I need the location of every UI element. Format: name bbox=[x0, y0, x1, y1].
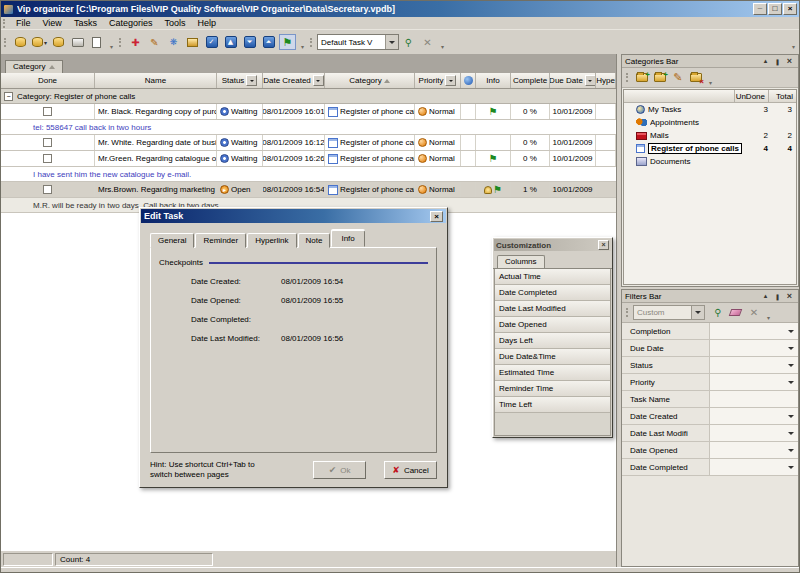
column-header-reminder[interactable] bbox=[461, 73, 476, 88]
maximize-button[interactable] bbox=[768, 3, 782, 15]
toolbar-overflow-3[interactable] bbox=[439, 34, 446, 50]
list-item[interactable]: Date Opened bbox=[495, 317, 610, 333]
collapse-group-icon[interactable]: − bbox=[4, 92, 13, 101]
categories-toolbar-overflow[interactable] bbox=[707, 70, 714, 86]
filters-pin-icon[interactable] bbox=[772, 291, 783, 301]
list-item[interactable]: Actual Time bbox=[495, 269, 610, 285]
task-note-row[interactable]: tel: 558647 call back in two hours bbox=[1, 120, 616, 135]
column-header-status[interactable]: Status bbox=[217, 73, 263, 88]
filter-dropdown-icon[interactable] bbox=[784, 408, 798, 424]
done-checkbox[interactable] bbox=[43, 185, 52, 194]
filters-close-icon[interactable] bbox=[784, 291, 795, 301]
filter-value[interactable] bbox=[710, 340, 784, 356]
table-row[interactable]: Mr. Black. Regarding copy of purchasing … bbox=[1, 104, 616, 120]
column-header-complete[interactable]: Complete bbox=[511, 73, 550, 88]
customization-close-icon[interactable] bbox=[598, 240, 609, 250]
category-item-my-tasks[interactable]: My Tasks 3 3 bbox=[624, 103, 796, 116]
cancel-button[interactable]: Cancel bbox=[384, 461, 437, 479]
filter-dropdown-icon[interactable] bbox=[784, 340, 798, 356]
filter-dropdown-icon[interactable] bbox=[784, 459, 798, 475]
column-header-date-created[interactable]: Date Created bbox=[263, 73, 325, 88]
edit-task-close-icon[interactable] bbox=[430, 211, 443, 222]
filter-value[interactable] bbox=[710, 374, 784, 390]
category-item-appointments[interactable]: Appointments bbox=[624, 116, 796, 129]
menu-view[interactable]: View bbox=[37, 17, 68, 29]
delete-task-icon[interactable] bbox=[165, 34, 182, 50]
list-item[interactable]: Time Left bbox=[495, 397, 610, 413]
print-icon[interactable] bbox=[69, 34, 86, 50]
tab-reminder[interactable]: Reminder bbox=[195, 233, 246, 248]
filter-value[interactable] bbox=[710, 425, 784, 441]
table-row[interactable]: Mr.Green. Regarding catalogue of new Wai… bbox=[1, 151, 616, 167]
column-header-done[interactable]: Done bbox=[1, 73, 95, 88]
tab-note[interactable]: Note bbox=[298, 233, 331, 248]
complete-task-icon[interactable] bbox=[184, 34, 201, 50]
filter-value[interactable] bbox=[710, 357, 784, 373]
undone-column-header[interactable]: UnDone bbox=[734, 90, 768, 102]
filter-value[interactable] bbox=[710, 459, 784, 475]
list-item[interactable]: Reminder Time bbox=[495, 381, 610, 397]
edit-category-icon[interactable] bbox=[669, 70, 687, 86]
toolbar-grip-1[interactable] bbox=[4, 38, 7, 47]
category-item-mails[interactable]: Mails 2 2 bbox=[624, 129, 796, 142]
group-by-tab-category[interactable]: Category bbox=[5, 60, 63, 73]
menu-help[interactable]: Help bbox=[191, 17, 222, 29]
done-checkbox[interactable] bbox=[43, 154, 52, 163]
open-database-icon[interactable] bbox=[31, 34, 48, 50]
tab-info[interactable]: Info bbox=[331, 230, 364, 247]
ok-button[interactable]: Ok bbox=[313, 461, 366, 479]
column-header-category[interactable]: Category bbox=[325, 73, 415, 88]
filters-toolbar-grip[interactable] bbox=[626, 308, 629, 317]
menu-tasks[interactable]: Tasks bbox=[68, 17, 103, 29]
list-item[interactable]: Days Left bbox=[495, 333, 610, 349]
print-preview-icon[interactable] bbox=[88, 34, 105, 50]
task-view-combo[interactable]: Default Task V bbox=[317, 34, 399, 50]
list-item[interactable]: Estimated Time bbox=[495, 365, 610, 381]
filter-dropdown-icon[interactable] bbox=[784, 442, 798, 458]
toolbar-overflow-2[interactable] bbox=[299, 34, 306, 50]
group-row[interactable]: − Category: Register of phone calls bbox=[1, 89, 616, 104]
filters-collapse-icon[interactable] bbox=[760, 291, 771, 301]
menu-categories[interactable]: Categories bbox=[103, 17, 159, 29]
category-item-register-of-phone-calls[interactable]: Register of phone calls 4 4 bbox=[624, 142, 796, 155]
table-row-selected[interactable]: Mrs.Brown. Regarding marketing research.… bbox=[1, 182, 616, 198]
filter-value[interactable] bbox=[710, 323, 784, 339]
menu-tools[interactable]: Tools bbox=[158, 17, 191, 29]
filter-value[interactable] bbox=[710, 391, 798, 407]
delete-filter-icon[interactable] bbox=[745, 305, 763, 321]
save-database-icon[interactable] bbox=[50, 34, 67, 50]
new-category-icon[interactable]: + bbox=[633, 70, 651, 86]
minimize-button[interactable] bbox=[753, 3, 767, 15]
tab-hyperlink[interactable]: Hyperlink bbox=[247, 233, 296, 248]
categories-collapse-icon[interactable] bbox=[760, 56, 771, 66]
delete-view-icon[interactable] bbox=[419, 34, 436, 50]
tab-general[interactable]: General bbox=[150, 233, 194, 248]
due-date-filter-dropdown-icon[interactable] bbox=[585, 75, 596, 86]
filter-dropdown-icon[interactable] bbox=[784, 425, 798, 441]
total-column-header[interactable]: Total bbox=[768, 90, 796, 102]
done-checkbox[interactable] bbox=[43, 107, 52, 116]
list-item[interactable]: Due Date&Time bbox=[495, 349, 610, 365]
column-header-due-date[interactable]: Due Date bbox=[550, 73, 596, 88]
clear-filter-icon[interactable] bbox=[727, 305, 745, 321]
categories-close-icon[interactable] bbox=[784, 56, 795, 66]
list-item[interactable]: Date Completed bbox=[495, 285, 610, 301]
move-top-icon[interactable]: ⏶ bbox=[260, 34, 277, 50]
mark-done-icon[interactable]: ✓ bbox=[203, 34, 220, 50]
filters-toolbar-overflow[interactable] bbox=[765, 305, 772, 321]
menu-file[interactable]: File bbox=[10, 17, 37, 29]
edit-task-icon[interactable] bbox=[146, 34, 163, 50]
list-item[interactable]: Date Last Modified bbox=[495, 301, 610, 317]
filter-dropdown-icon[interactable] bbox=[784, 374, 798, 390]
menu-grip[interactable] bbox=[3, 19, 6, 28]
column-header-info[interactable]: Info bbox=[476, 73, 511, 88]
note-flag-toggle-icon[interactable] bbox=[279, 34, 296, 50]
tab-columns[interactable]: Columns bbox=[497, 255, 545, 268]
filter-preset-dropdown-icon[interactable] bbox=[691, 306, 704, 319]
edit-view-icon[interactable] bbox=[400, 34, 417, 50]
filter-value[interactable] bbox=[710, 442, 784, 458]
toolbar-overflow-1[interactable] bbox=[108, 34, 115, 50]
column-header-name[interactable]: Name bbox=[95, 73, 217, 88]
new-database-icon[interactable] bbox=[12, 34, 29, 50]
move-down-icon[interactable]: ⏷ bbox=[241, 34, 258, 50]
